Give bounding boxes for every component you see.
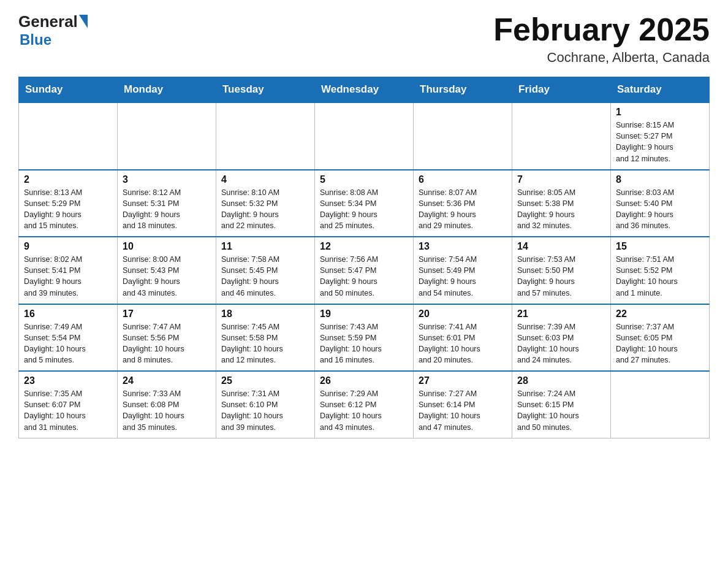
calendar-week-row: 16Sunrise: 7:49 AMSunset: 5:54 PMDayligh…: [19, 304, 710, 372]
day-info: Sunrise: 7:54 AMSunset: 5:49 PMDaylight:…: [419, 254, 507, 299]
logo-blue-text: Blue: [20, 31, 51, 48]
day-number: 8: [616, 174, 704, 185]
logo: General Blue: [18, 12, 88, 48]
day-number: 17: [123, 308, 211, 320]
calendar-month-year: February 2025: [493, 12, 710, 47]
table-row: 23Sunrise: 7:35 AMSunset: 6:07 PMDayligh…: [19, 371, 118, 438]
day-info: Sunrise: 7:58 AMSunset: 5:45 PMDaylight:…: [221, 254, 309, 299]
day-number: 14: [517, 241, 605, 252]
col-friday: Friday: [512, 77, 611, 103]
day-info: Sunrise: 7:43 AMSunset: 5:59 PMDaylight:…: [320, 321, 408, 366]
table-row: 3Sunrise: 8:12 AMSunset: 5:31 PMDaylight…: [118, 170, 216, 237]
table-row: 17Sunrise: 7:47 AMSunset: 5:56 PMDayligh…: [118, 304, 216, 372]
table-row: 2Sunrise: 8:13 AMSunset: 5:29 PMDaylight…: [19, 170, 118, 237]
day-number: 2: [24, 174, 112, 185]
table-row: [611, 371, 710, 438]
day-number: 18: [221, 308, 309, 320]
day-number: 22: [616, 308, 704, 320]
day-info: Sunrise: 7:24 AMSunset: 6:15 PMDaylight:…: [517, 388, 605, 433]
day-number: 23: [24, 375, 112, 386]
calendar-week-row: 23Sunrise: 7:35 AMSunset: 6:07 PMDayligh…: [19, 371, 710, 438]
day-info: Sunrise: 7:51 AMSunset: 5:52 PMDaylight:…: [616, 254, 704, 299]
day-number: 27: [419, 375, 507, 386]
day-info: Sunrise: 7:47 AMSunset: 5:56 PMDaylight:…: [123, 321, 211, 366]
table-row: 14Sunrise: 7:53 AMSunset: 5:50 PMDayligh…: [512, 237, 611, 304]
day-number: 1: [616, 107, 704, 118]
table-row: 11Sunrise: 7:58 AMSunset: 5:45 PMDayligh…: [216, 237, 315, 304]
table-row: 27Sunrise: 7:27 AMSunset: 6:14 PMDayligh…: [414, 371, 512, 438]
calendar-location: Cochrane, Alberta, Canada: [493, 50, 710, 66]
logo-triangle-icon: [79, 15, 88, 28]
calendar-week-row: 2Sunrise: 8:13 AMSunset: 5:29 PMDaylight…: [19, 170, 710, 237]
day-number: 5: [320, 174, 408, 185]
day-info: Sunrise: 8:05 AMSunset: 5:38 PMDaylight:…: [517, 187, 605, 232]
day-info: Sunrise: 8:07 AMSunset: 5:36 PMDaylight:…: [419, 187, 507, 232]
table-row: 12Sunrise: 7:56 AMSunset: 5:47 PMDayligh…: [315, 237, 414, 304]
day-info: Sunrise: 7:45 AMSunset: 5:58 PMDaylight:…: [221, 321, 309, 366]
table-row: 18Sunrise: 7:45 AMSunset: 5:58 PMDayligh…: [216, 304, 315, 372]
day-info: Sunrise: 8:15 AMSunset: 5:27 PMDaylight:…: [616, 120, 704, 164]
day-info: Sunrise: 7:49 AMSunset: 5:54 PMDaylight:…: [24, 321, 112, 366]
day-info: Sunrise: 7:33 AMSunset: 6:08 PMDaylight:…: [123, 388, 211, 433]
day-number: 9: [24, 241, 112, 252]
table-row: 28Sunrise: 7:24 AMSunset: 6:15 PMDayligh…: [512, 371, 611, 438]
col-wednesday: Wednesday: [315, 77, 414, 103]
day-number: 3: [123, 174, 211, 185]
day-info: Sunrise: 8:02 AMSunset: 5:41 PMDaylight:…: [24, 254, 112, 299]
day-number: 19: [320, 308, 408, 320]
day-number: 4: [221, 174, 309, 185]
table-row: 8Sunrise: 8:03 AMSunset: 5:40 PMDaylight…: [611, 170, 710, 237]
day-number: 6: [419, 174, 507, 185]
table-row: 15Sunrise: 7:51 AMSunset: 5:52 PMDayligh…: [611, 237, 710, 304]
day-info: Sunrise: 8:12 AMSunset: 5:31 PMDaylight:…: [123, 187, 211, 232]
col-thursday: Thursday: [414, 77, 512, 103]
table-row: 19Sunrise: 7:43 AMSunset: 5:59 PMDayligh…: [315, 304, 414, 372]
col-saturday: Saturday: [611, 77, 710, 103]
day-info: Sunrise: 8:10 AMSunset: 5:32 PMDaylight:…: [221, 187, 309, 232]
table-row: 26Sunrise: 7:29 AMSunset: 6:12 PMDayligh…: [315, 371, 414, 438]
day-info: Sunrise: 7:39 AMSunset: 6:03 PMDaylight:…: [517, 321, 605, 366]
day-info: Sunrise: 8:03 AMSunset: 5:40 PMDaylight:…: [616, 187, 704, 232]
table-row: 6Sunrise: 8:07 AMSunset: 5:36 PMDaylight…: [414, 170, 512, 237]
day-info: Sunrise: 7:27 AMSunset: 6:14 PMDaylight:…: [419, 388, 507, 433]
table-row: [512, 102, 611, 170]
calendar-table: Sunday Monday Tuesday Wednesday Thursday…: [18, 77, 710, 439]
col-monday: Monday: [118, 77, 216, 103]
day-info: Sunrise: 7:31 AMSunset: 6:10 PMDaylight:…: [221, 388, 309, 433]
table-row: 10Sunrise: 8:00 AMSunset: 5:43 PMDayligh…: [118, 237, 216, 304]
day-number: 11: [221, 241, 309, 252]
day-number: 10: [123, 241, 211, 252]
table-row: 1Sunrise: 8:15 AMSunset: 5:27 PMDaylight…: [611, 102, 710, 170]
day-info: Sunrise: 7:35 AMSunset: 6:07 PMDaylight:…: [24, 388, 112, 433]
page-header: General Blue February 2025 Cochrane, Alb…: [18, 12, 710, 66]
col-tuesday: Tuesday: [216, 77, 315, 103]
table-row: 16Sunrise: 7:49 AMSunset: 5:54 PMDayligh…: [19, 304, 118, 372]
calendar-header-row: Sunday Monday Tuesday Wednesday Thursday…: [19, 77, 710, 103]
table-row: 21Sunrise: 7:39 AMSunset: 6:03 PMDayligh…: [512, 304, 611, 372]
day-info: Sunrise: 8:13 AMSunset: 5:29 PMDaylight:…: [24, 187, 112, 232]
calendar-title-block: February 2025 Cochrane, Alberta, Canada: [493, 12, 710, 66]
table-row: 24Sunrise: 7:33 AMSunset: 6:08 PMDayligh…: [118, 371, 216, 438]
table-row: 22Sunrise: 7:37 AMSunset: 6:05 PMDayligh…: [611, 304, 710, 372]
day-number: 25: [221, 375, 309, 386]
table-row: [216, 102, 315, 170]
day-info: Sunrise: 7:53 AMSunset: 5:50 PMDaylight:…: [517, 254, 605, 299]
day-info: Sunrise: 7:56 AMSunset: 5:47 PMDaylight:…: [320, 254, 408, 299]
day-number: 20: [419, 308, 507, 320]
table-row: 7Sunrise: 8:05 AMSunset: 5:38 PMDaylight…: [512, 170, 611, 237]
day-info: Sunrise: 7:29 AMSunset: 6:12 PMDaylight:…: [320, 388, 408, 433]
table-row: [19, 102, 118, 170]
table-row: 20Sunrise: 7:41 AMSunset: 6:01 PMDayligh…: [414, 304, 512, 372]
logo-general-text: General: [18, 12, 78, 31]
col-sunday: Sunday: [19, 77, 118, 103]
day-info: Sunrise: 7:37 AMSunset: 6:05 PMDaylight:…: [616, 321, 704, 366]
day-number: 26: [320, 375, 408, 386]
day-number: 24: [123, 375, 211, 386]
table-row: 25Sunrise: 7:31 AMSunset: 6:10 PMDayligh…: [216, 371, 315, 438]
day-info: Sunrise: 8:08 AMSunset: 5:34 PMDaylight:…: [320, 187, 408, 232]
day-number: 16: [24, 308, 112, 320]
table-row: [414, 102, 512, 170]
table-row: 5Sunrise: 8:08 AMSunset: 5:34 PMDaylight…: [315, 170, 414, 237]
table-row: [118, 102, 216, 170]
day-number: 12: [320, 241, 408, 252]
